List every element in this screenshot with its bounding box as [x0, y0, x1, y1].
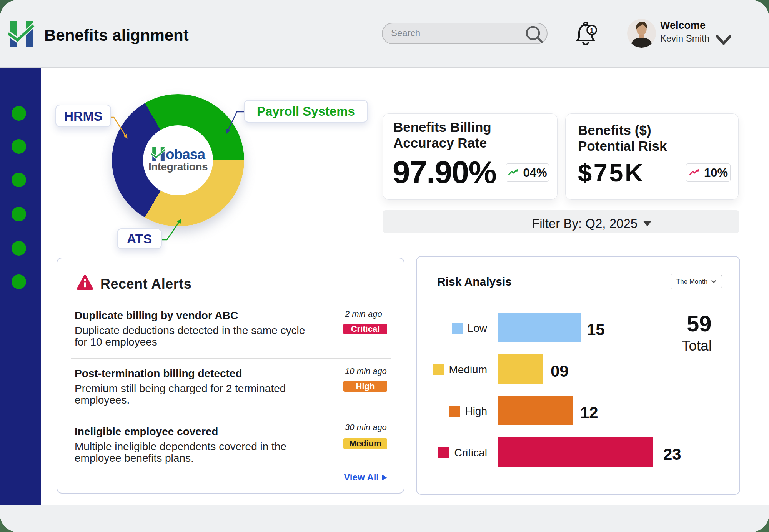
svg-text:1: 1: [590, 27, 593, 34]
